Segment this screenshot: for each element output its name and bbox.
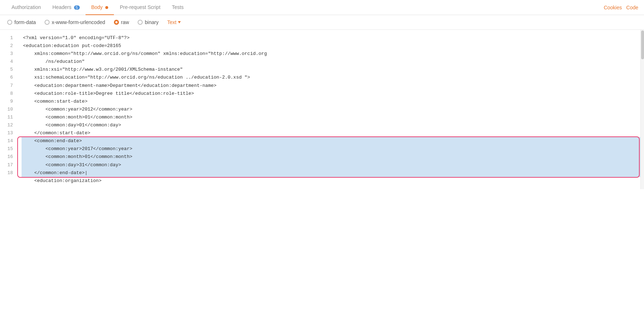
code-line: <education:organization> (22, 177, 640, 185)
scrollbar-thumb[interactable] (641, 31, 644, 59)
right-links: Cookies Code (604, 5, 638, 10)
code-line: xsi:schemaLocation="http://www.orcid.org… (22, 74, 640, 81)
headers-badge: 5 (74, 5, 80, 10)
code-line: <?xml version="1.0" encoding="UTF-8"?> (22, 34, 640, 42)
code-line: <common:start-date> (22, 98, 640, 106)
code-line: <education:department-name>Department</e… (22, 82, 640, 90)
code-line: xmlns:common="http://www.orcid.org/ns/co… (22, 50, 640, 58)
line-number: 8 (0, 90, 17, 98)
line-number: 16 (0, 153, 17, 161)
code-line: <common:year>2017</common:year> (22, 145, 640, 153)
code-line: </common:end-date>| (22, 169, 640, 177)
tab-prerequest[interactable]: Pre-request Script (114, 0, 166, 15)
line-number: 4 (0, 58, 17, 66)
tab-tests[interactable]: Tests (166, 0, 189, 15)
code-line: </common:start-date> (22, 129, 640, 137)
cookies-link[interactable]: Cookies (604, 5, 622, 10)
option-form-data[interactable]: form-data (7, 19, 36, 25)
line-number: 5 (0, 66, 17, 74)
line-number: 13 (0, 129, 17, 137)
line-number: 11 (0, 113, 17, 121)
line-number: 14 (0, 137, 17, 145)
code-line: <common:month>01</common:month> (22, 113, 640, 121)
tab-body[interactable]: Body (86, 0, 114, 15)
code-editor: 123456789101112131415161718 <?xml versio… (0, 30, 644, 189)
radio-form-data-icon (7, 20, 12, 25)
tab-headers[interactable]: Headers 5 (47, 0, 86, 15)
body-options-bar: form-data x-www-form-urlencoded raw bina… (0, 15, 644, 30)
line-number: 2 (0, 42, 17, 50)
option-raw[interactable]: raw (114, 19, 129, 25)
line-number: 1 (0, 34, 17, 42)
code-line: <common:year>2012</common:year> (22, 106, 640, 113)
code-line: /ns/education" (22, 58, 640, 66)
code-line: <education:role-title>Degree title</educ… (22, 90, 640, 98)
line-number: 15 (0, 145, 17, 153)
body-dot-icon (105, 6, 108, 9)
option-binary[interactable]: binary (138, 19, 158, 25)
radio-binary-icon (138, 20, 143, 25)
tabs-bar: Authorization Headers 5 Body Pre-request… (0, 0, 644, 15)
scrollbar-track[interactable] (640, 30, 644, 189)
code-line: <common:day>31</common:day> (22, 161, 640, 169)
line-number: 17 (0, 161, 17, 169)
line-number: 10 (0, 106, 17, 113)
code-line: <education:education put-code=28165 (22, 42, 640, 50)
line-number: 7 (0, 82, 17, 90)
code-link[interactable]: Code (626, 5, 638, 10)
code-line: <common:month>01</common:month> (22, 153, 640, 161)
line-number: 18 (0, 169, 17, 177)
code-line: <common:end-date> (22, 137, 640, 145)
code-line: <common:day>01</common:day> (22, 121, 640, 129)
line-number: 12 (0, 121, 17, 129)
code-content[interactable]: <?xml version="1.0" encoding="UTF-8"?><e… (17, 30, 640, 189)
radio-raw-icon (114, 20, 119, 25)
chevron-down-icon (178, 21, 181, 23)
code-line: xmlns:xsi="http://www.w3.org/2001/XMLSch… (22, 66, 640, 74)
format-dropdown[interactable]: Text (167, 19, 181, 25)
option-urlencoded[interactable]: x-www-form-urlencoded (45, 19, 105, 25)
line-number: 6 (0, 74, 17, 81)
line-numbers: 123456789101112131415161718 (0, 30, 17, 189)
radio-urlencoded-icon (45, 20, 50, 25)
tab-authorization[interactable]: Authorization (6, 0, 47, 15)
line-number: 3 (0, 50, 17, 58)
line-number: 9 (0, 98, 17, 106)
